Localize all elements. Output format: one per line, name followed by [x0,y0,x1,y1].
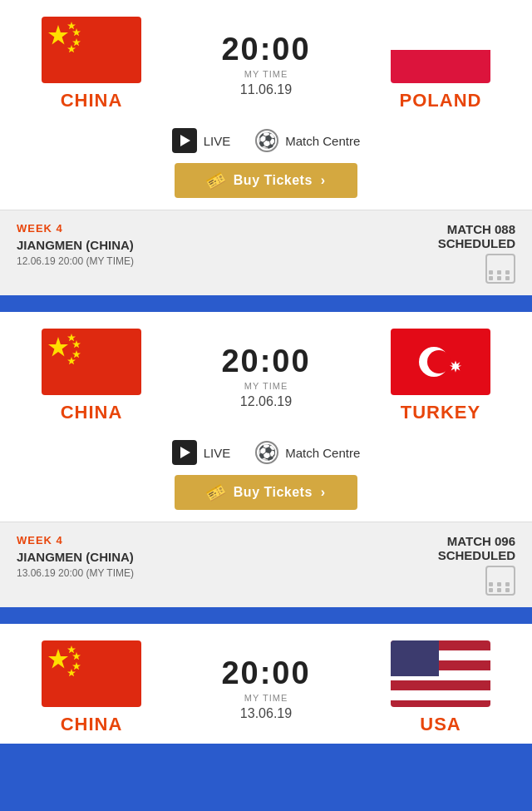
calendar-icon-1 [485,254,515,284]
china-flag-3 [42,640,141,707]
my-time-label-3: MY TIME [244,693,288,703]
match-card-3: CHINA 20:00 MY TIME 13.06.19 USA [0,624,532,744]
blue-separator-2 [0,614,532,624]
live-icon-1 [172,128,197,153]
turkey-flag-2 [391,329,490,395]
away-team-block-1: POLAND [374,17,507,111]
away-team-name-3: USA [420,714,461,735]
match-date-1: 11.06.19 [240,82,292,97]
my-time-label-1: MY TIME [244,69,288,79]
volleyball-icon-1: ⚽ [255,129,278,152]
away-team-block-3: USA [374,640,507,735]
week-info-content-2: MATCH 096 SCHEDULED WEEK 4 JIANGMEN (CHI… [17,534,515,596]
match-center-3: 20:00 MY TIME 13.06.19 [158,655,374,721]
match-number-1: MATCH 088 [438,222,515,236]
svg-rect-16 [42,640,141,707]
calendar-icon-2 [485,566,515,596]
match-card-2: CHINA 20:00 MY TIME 12.06.19 TURKEY [0,312,532,607]
volleyball-icon-2: ⚽ [255,441,278,464]
live-label-2: LIVE [204,446,231,460]
match-number-2: MATCH 096 [438,534,515,548]
match-center-1: 20:00 MY TIME 11.06.19 [158,32,374,97]
actions-bar-1: LIVE ⚽ Match Centre [0,120,532,158]
poland-flag-1 [391,17,490,83]
home-team-name-2: CHINA [61,402,123,423]
match-teams-row-3: CHINA 20:00 MY TIME 13.06.19 USA [0,624,532,744]
home-team-name-3: CHINA [61,714,123,735]
home-team-block-3: CHINA [25,640,158,735]
home-team-name-1: CHINA [61,90,123,111]
china-flag-1 [42,17,141,83]
buy-tickets-button-1[interactable]: 🎫 Buy Tickets › [175,163,357,198]
buy-tickets-label-2: Buy Tickets [234,485,313,500]
usa-flag-3 [391,640,490,707]
live-button-1[interactable]: LIVE [172,128,231,153]
match-date-2: 12.06.19 [240,394,292,409]
match-card-1: CHINA 20:00 MY TIME 11.06.19 POLAND LIVE… [0,0,532,295]
china-flag-2 [42,329,141,395]
match-teams-row-2: CHINA 20:00 MY TIME 12.06.19 TURKEY [0,312,532,432]
live-label-1: LIVE [204,134,231,148]
match-time-3: 20:00 [221,655,310,691]
match-centre-button-1[interactable]: ⚽ Match Centre [255,129,360,152]
match-info-right-1: MATCH 088 SCHEDULED [438,222,515,284]
svg-rect-6 [42,329,141,395]
match-teams-row-1: CHINA 20:00 MY TIME 11.06.19 POLAND [0,0,532,120]
week-info-bar-2: MATCH 096 SCHEDULED WEEK 4 JIANGMEN (CHI… [0,522,532,607]
play-triangle-2 [180,447,190,458]
match-time-1: 20:00 [221,32,310,67]
home-team-block-2: CHINA [25,329,158,423]
match-status-1: SCHEDULED [438,236,515,250]
ticket-icon-2: 🎫 [203,480,228,505]
ticket-icon-1: 🎫 [203,168,228,193]
tickets-bar-2: 🎫 Buy Tickets › [0,470,532,522]
match-centre-label-2: Match Centre [285,446,360,460]
live-button-2[interactable]: LIVE [172,440,231,465]
away-team-name-1: POLAND [400,90,482,111]
svg-point-14 [427,350,451,373]
match-time-2: 20:00 [221,344,310,379]
week-info-bar-1: MATCH 088 SCHEDULED WEEK 4 JIANGMEN (CHI… [0,210,532,295]
arrow-right-1: › [321,173,326,188]
match-status-2: SCHEDULED [438,548,515,562]
match-center-2: 20:00 MY TIME 12.06.19 [158,344,374,409]
actions-bar-2: LIVE ⚽ Match Centre [0,432,532,470]
arrow-right-2: › [321,485,326,500]
tickets-bar-1: 🎫 Buy Tickets › [0,158,532,210]
match-date-3: 13.06.19 [240,706,292,721]
match-centre-label-1: Match Centre [285,134,360,148]
buy-tickets-button-2[interactable]: 🎫 Buy Tickets › [175,475,357,510]
match-info-right-2: MATCH 096 SCHEDULED [438,534,515,596]
away-team-block-2: TURKEY [374,329,507,423]
play-triangle-1 [180,135,190,146]
match-centre-button-2[interactable]: ⚽ Match Centre [255,441,360,464]
blue-separator-1 [0,302,532,312]
home-team-block-1: CHINA [25,17,158,111]
week-info-content-1: MATCH 088 SCHEDULED WEEK 4 JIANGMEN (CHI… [17,222,515,284]
buy-tickets-label-1: Buy Tickets [234,173,313,188]
away-team-name-2: TURKEY [401,402,480,423]
svg-rect-0 [42,17,141,83]
live-icon-2 [172,440,197,465]
my-time-label-2: MY TIME [244,381,288,391]
